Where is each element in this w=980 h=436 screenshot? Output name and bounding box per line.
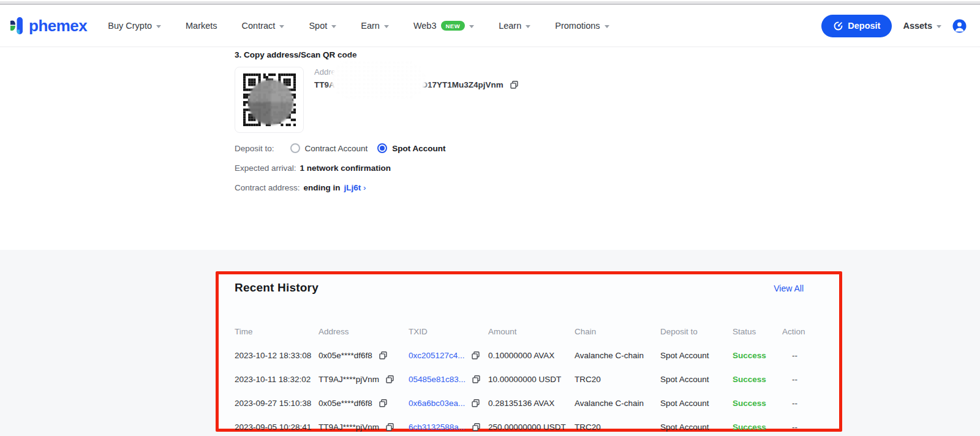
phemex-logo-icon <box>9 15 25 36</box>
copy-icon[interactable] <box>379 399 388 408</box>
assets-label: Assets <box>903 21 932 31</box>
copy-icon[interactable] <box>379 351 388 360</box>
expected-arrival-label: Expected arrival: <box>235 164 296 173</box>
nav-item-markets[interactable]: Markets <box>186 21 217 31</box>
recent-history-title: Recent History <box>235 281 318 295</box>
cell-action: -- <box>782 375 820 384</box>
nav-label: Promotions <box>555 21 600 31</box>
cell-address: TT9AJ****pjVnm <box>318 423 409 432</box>
user-avatar-icon[interactable] <box>952 19 967 33</box>
txid-link[interactable]: 6cb3132588a... <box>409 423 466 432</box>
nav-item-contract[interactable]: Contract <box>242 21 285 31</box>
col-header-action: Action <box>782 323 820 341</box>
contract-address-label: Contract address: <box>235 183 300 192</box>
address-text: TT9AJ****pjVnm <box>318 375 379 384</box>
radio-contract-account[interactable]: Contract Account <box>290 143 368 153</box>
radio-spot-account[interactable]: Spot Account <box>377 143 445 153</box>
cell-address: 0x05e****df6f8 <box>318 351 409 360</box>
txid-link[interactable]: 0x6a6bc03ea... <box>409 399 465 408</box>
cell-address: 0x05e****df6f8 <box>318 399 409 408</box>
cell-time: 2023-09-27 15:10:38 <box>235 399 318 408</box>
qr-blurred-region <box>248 80 293 125</box>
step-title: 3. Copy address/Scan QR code <box>235 50 357 59</box>
deposit-button[interactable]: Deposit <box>821 15 892 37</box>
nav-label: Contract <box>242 21 276 31</box>
deposit-button-label: Deposit <box>848 21 880 31</box>
deposit-arrow-icon <box>833 21 843 31</box>
view-all-link[interactable]: View All <box>774 284 804 293</box>
cell-amount: 0.10000000 AVAX <box>488 351 575 360</box>
col-header-deposit-to: Deposit to <box>660 323 733 341</box>
recent-history-card-annotated: Recent History View All Time Address TXI… <box>216 271 842 432</box>
cell-txid: 0xc205127c4... <box>409 351 488 360</box>
copy-address-icon[interactable] <box>510 80 519 89</box>
cell-txid: 0x6a6bc03ea... <box>409 399 488 408</box>
nav-label: Learn <box>499 21 521 31</box>
phemex-logo-text: phemex <box>29 17 87 36</box>
col-header-address: Address <box>318 323 409 341</box>
top-navbar: phemex Buy Crypto Markets Contract Spot … <box>0 5 980 47</box>
cell-status: Success <box>733 375 782 384</box>
radio-unselected-icon[interactable] <box>290 143 300 153</box>
copy-icon[interactable] <box>471 351 480 360</box>
address-text: TT9AJ****pjVnm <box>318 423 379 432</box>
cell-chain: Avalanche C-chain <box>575 351 660 360</box>
navbar-right: Deposit Assets <box>821 15 967 37</box>
cell-deposit-to: Spot Account <box>660 399 733 408</box>
main-menu: Buy Crypto Markets Contract Spot Earn We… <box>108 21 609 31</box>
lower-section: Recent History View All Time Address TXI… <box>0 250 980 436</box>
nav-item-spot[interactable]: Spot <box>309 21 336 31</box>
chevron-down-icon <box>469 25 474 28</box>
cell-chain: TRC20 <box>575 423 660 432</box>
address-text: 0x05e****df6f8 <box>318 399 372 408</box>
col-header-txid: TXID <box>409 323 488 341</box>
new-badge: NEW <box>441 21 466 31</box>
expected-arrival-row: Expected arrival: 1 network confirmation <box>235 164 391 173</box>
assets-menu[interactable]: Assets <box>903 21 941 31</box>
cell-deposit-to: Spot Account <box>660 351 733 360</box>
nav-item-earn[interactable]: Earn <box>361 21 389 31</box>
chevron-down-icon <box>331 25 336 28</box>
col-header-amount: Amount <box>488 323 575 341</box>
nav-item-web3[interactable]: Web3 NEW <box>413 21 474 31</box>
chevron-down-icon <box>156 25 161 28</box>
contract-address-value: ending in <box>304 183 341 192</box>
radio-label: Contract Account <box>305 144 368 153</box>
cell-status: Success <box>733 399 782 408</box>
cell-time: 2023-10-12 18:33:08 <box>235 351 318 360</box>
nav-label: Buy Crypto <box>108 21 152 31</box>
cell-amount: 0.28135136 AVAX <box>488 399 575 408</box>
txid-link[interactable]: 05485e81c83... <box>409 375 466 384</box>
cell-deposit-to: Spot Account <box>660 375 733 384</box>
nav-label: Spot <box>309 21 327 31</box>
cell-chain: Avalanche C-chain <box>575 399 660 408</box>
copy-icon[interactable] <box>385 423 394 432</box>
cell-txid: 6cb3132588a... <box>409 423 488 432</box>
chevron-down-icon <box>937 25 941 28</box>
history-table: Time Address TXID Amount Chain Deposit t… <box>235 320 820 436</box>
col-header-chain: Chain <box>575 323 660 341</box>
cell-chain: TRC20 <box>575 375 660 384</box>
txid-link[interactable]: 0xc205127c4... <box>409 351 465 360</box>
copy-icon[interactable] <box>471 399 480 408</box>
nav-item-learn[interactable]: Learn <box>499 21 530 31</box>
chevron-down-icon <box>605 25 609 28</box>
radio-selected-icon[interactable] <box>377 143 387 153</box>
deposit-to-label: Deposit to: <box>235 144 274 153</box>
cell-action: -- <box>782 399 820 408</box>
copy-icon[interactable] <box>472 375 481 384</box>
copy-icon[interactable] <box>472 423 481 432</box>
cell-action: -- <box>782 423 820 432</box>
cell-amount: 10.00000000 USDT <box>488 375 575 384</box>
copy-icon[interactable] <box>385 375 394 384</box>
address-text: 0x05e****df6f8 <box>318 351 372 360</box>
contract-address-link[interactable]: jLj6t <box>344 183 366 192</box>
nav-label: Web3 <box>413 21 437 31</box>
phemex-logo[interactable]: phemex <box>9 15 87 36</box>
cell-time: 2023-09-05 10:28:41 <box>235 423 318 432</box>
nav-item-promotions[interactable]: Promotions <box>555 21 609 31</box>
cell-status: Success <box>733 423 782 432</box>
nav-item-buy-crypto[interactable]: Buy Crypto <box>108 21 161 31</box>
nav-label: Markets <box>186 21 217 31</box>
nav-label: Earn <box>361 21 380 31</box>
